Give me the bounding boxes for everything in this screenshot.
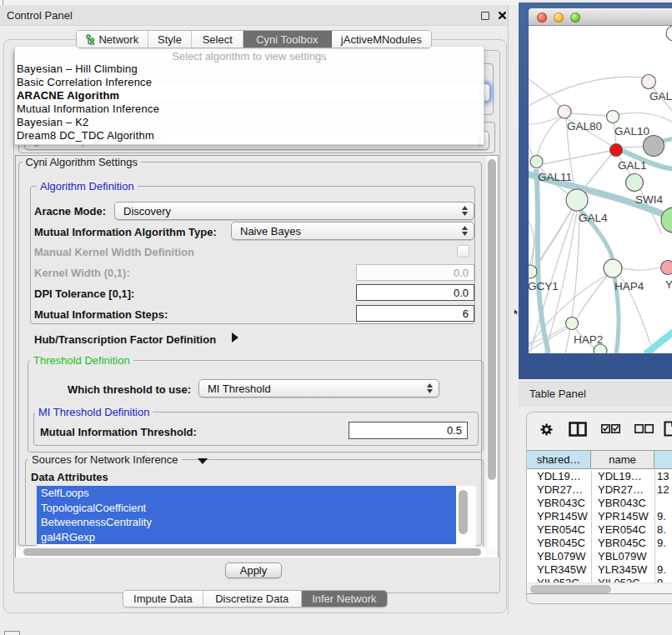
graph-node[interactable] xyxy=(666,26,672,41)
table-hscrollbar-thumb[interactable] xyxy=(530,585,611,593)
graph-node-gal10[interactable] xyxy=(607,111,619,123)
graph-node-swi4[interactable] xyxy=(626,174,644,192)
split-view-icon[interactable] xyxy=(569,422,587,437)
expand-arrow-icon[interactable] xyxy=(231,332,239,342)
table-row[interactable]: YDR27…YDR27…12 xyxy=(527,483,672,497)
graph-node-label: GAL10 xyxy=(614,125,649,138)
graph-edge[interactable] xyxy=(645,332,672,353)
column-header-name[interactable]: name xyxy=(591,450,654,469)
graph-node-gal80[interactable] xyxy=(558,105,571,118)
collapse-arrow-icon[interactable] xyxy=(198,458,208,465)
minimize-button[interactable] xyxy=(554,12,564,22)
graph-edge[interactable] xyxy=(622,267,662,270)
tab-jactivemnodules[interactable]: jActiveMNodules xyxy=(332,31,431,48)
table-panel-title: Table Panel xyxy=(529,388,586,400)
graph-edge[interactable] xyxy=(571,113,607,116)
table-cell: 9. xyxy=(654,576,672,582)
graph-node-hap4[interactable] xyxy=(604,259,622,278)
dropdown-item[interactable]: Dream8 DC_TDC Algorithm xyxy=(17,129,154,142)
settings-vscrollbar-thumb[interactable] xyxy=(488,159,496,480)
attribute-item[interactable]: SelfLoops xyxy=(37,486,456,501)
graph-edge[interactable] xyxy=(577,275,608,318)
table-row[interactable]: YPR145WYPR145W9. xyxy=(527,510,672,523)
graph-node-gal2[interactable] xyxy=(642,75,656,89)
graph-edge[interactable] xyxy=(622,147,644,148)
attribute-item[interactable]: BetweennessCentrality xyxy=(37,515,456,530)
mi-threshold-field[interactable]: 0.5 xyxy=(349,422,468,439)
dpi-tolerance-field[interactable]: 0.0 xyxy=(356,284,474,301)
aracne-mode-combobox[interactable]: Discovery xyxy=(114,202,474,220)
table-row[interactable]: YER054CYER054C8. xyxy=(527,523,672,537)
tab-select[interactable]: Select xyxy=(192,31,243,48)
graph-edge[interactable] xyxy=(529,76,560,107)
settings-vscrollbar[interactable] xyxy=(486,156,498,547)
table-cell: YPR145W xyxy=(527,510,591,523)
kernel-width-field[interactable]: 0.0 xyxy=(356,264,474,281)
tab-network[interactable]: Network xyxy=(77,31,148,48)
tab-impute-data[interactable]: Impute Data xyxy=(123,591,203,607)
tab-infer-network[interactable]: Infer Network xyxy=(302,591,387,607)
apply-button[interactable]: Apply xyxy=(225,562,282,578)
dropdown-item[interactable]: Basic Correlation Inference xyxy=(17,76,152,88)
node-table[interactable]: shared…nameAYDL19…YDL19…13YDR27…YDR27…12… xyxy=(527,450,672,582)
new-page-icon[interactable] xyxy=(664,421,672,437)
attribute-item[interactable]: gal4RGexp xyxy=(37,530,456,545)
tab-cyni-toolbox[interactable]: Cyni Toolbox xyxy=(243,31,332,48)
dropdown-item[interactable]: Bayesian – K2 xyxy=(17,116,88,128)
table-row[interactable]: YBL079WYBL079W xyxy=(527,549,672,562)
settings-hscrollbar-thumb[interactable] xyxy=(23,548,481,557)
graph-node[interactable] xyxy=(594,344,607,353)
table-row[interactable]: YDL19…YDL19…13 xyxy=(527,470,672,483)
tab-style[interactable]: Style xyxy=(148,31,193,48)
settings-hscrollbar[interactable] xyxy=(16,547,487,558)
graph-node-y[interactable] xyxy=(661,261,672,275)
column-header-a[interactable]: A xyxy=(654,450,672,469)
gear-icon[interactable] xyxy=(540,423,553,436)
table-cell: 9. xyxy=(654,537,672,550)
graph-edge[interactable] xyxy=(582,152,613,191)
application-window: Control Panel NetworkStyleSelectCyni Too… xyxy=(0,0,672,635)
graph-node-label: GAL11 xyxy=(538,171,572,183)
table-panel: shared…nameAYDL19…YDL19…13YDR27…YDR27…12… xyxy=(526,412,672,604)
network-canvas[interactable]: GAL2GAL80GAL10GAL1GAL11SWI4GAL4GCY1HAP4Y… xyxy=(529,26,672,353)
mi-type-value: Naive Bayes xyxy=(240,225,301,238)
mi-type-combobox[interactable]: Naive Bayes xyxy=(231,222,474,240)
control-panel-titlebar[interactable]: Control Panel xyxy=(0,5,508,26)
which-threshold-combobox[interactable]: MI Threshold xyxy=(198,379,439,398)
network-window-titlebar[interactable] xyxy=(529,8,672,26)
dropdown-item[interactable]: ARACNE Algorithm xyxy=(17,89,119,102)
table-row[interactable]: YBR045CYBR045C9. xyxy=(527,537,672,550)
graph-edge[interactable] xyxy=(543,151,610,164)
tab-discretize-data[interactable]: Discretize Data xyxy=(203,591,302,607)
graph-edge[interactable] xyxy=(619,112,672,123)
table-panel-titlebar[interactable]: Table Panel xyxy=(519,382,672,406)
graph-node-gal4[interactable] xyxy=(566,189,588,211)
graph-node-gal1[interactable] xyxy=(610,144,623,157)
deselect-all-icon[interactable] xyxy=(634,424,654,433)
graph-node-label: HAP4 xyxy=(614,280,644,292)
table-row[interactable]: YBR043CYBR043C xyxy=(527,497,672,510)
attributes-scrollbar-thumb[interactable] xyxy=(459,490,468,534)
column-header-shared[interactable]: shared… xyxy=(527,450,591,469)
table-cell: YLR345W xyxy=(527,562,591,576)
graph-node-gal11[interactable] xyxy=(530,156,543,168)
which-threshold-label: Which threshold to use: xyxy=(68,383,191,396)
table-row[interactable]: YLR345WYLR345W9. xyxy=(527,562,672,576)
manual-kernel-checkbox[interactable] xyxy=(457,245,469,258)
float-window-icon[interactable] xyxy=(481,12,489,20)
graph-edge[interactable] xyxy=(529,134,533,157)
graph-node-hap2[interactable] xyxy=(566,318,579,330)
dropdown-item[interactable]: Mutual Information Inference xyxy=(17,102,159,115)
attribute-item[interactable]: TopologicalCoefficient xyxy=(37,501,456,516)
select-all-icon[interactable] xyxy=(601,424,620,433)
close-icon[interactable] xyxy=(498,11,507,20)
dropdown-item[interactable]: Bayesian – Hill Climbing xyxy=(17,62,138,75)
table-hscrollbar[interactable] xyxy=(527,582,672,594)
mi-steps-field[interactable]: 6 xyxy=(356,305,474,322)
data-attributes-list[interactable]: SelfLoopsTopologicalCoefficientBetweenne… xyxy=(37,486,476,548)
graph-edge[interactable] xyxy=(535,209,572,267)
table-row[interactable]: YIL052CYIL052C9. xyxy=(527,576,672,582)
graph-node[interactable] xyxy=(644,136,664,157)
zoom-button[interactable] xyxy=(570,12,580,22)
close-button[interactable] xyxy=(537,12,547,22)
